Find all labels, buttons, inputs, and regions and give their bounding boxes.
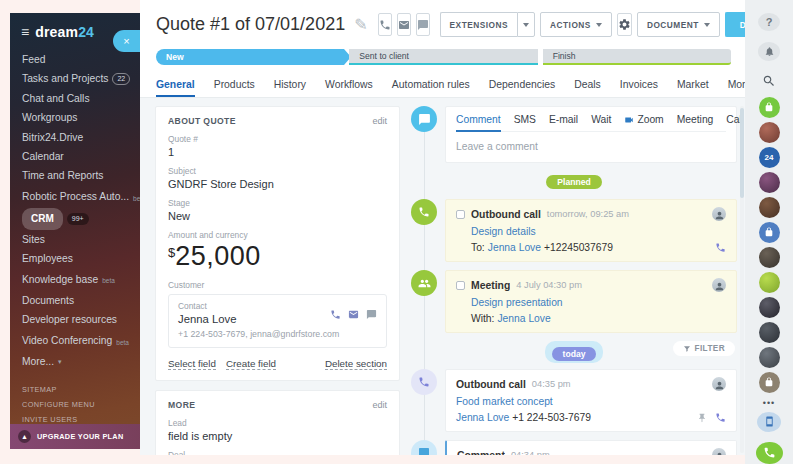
tab-workflows[interactable]: Workflows bbox=[325, 79, 373, 97]
tab-products[interactable]: Products bbox=[214, 79, 255, 97]
extensions-button[interactable]: EXTENSIONS bbox=[440, 12, 517, 37]
compose-tab-sms[interactable]: SMS bbox=[514, 114, 536, 125]
sidebar-item-developer-resources[interactable]: Developer resources bbox=[22, 310, 134, 329]
responsible-avatar[interactable] bbox=[712, 448, 726, 455]
sidebar-item-time-and-reports[interactable]: Time and Reports bbox=[22, 166, 134, 185]
item-subject-link[interactable]: Design presentation bbox=[471, 297, 726, 308]
timeline-card[interactable]: Comment04:34 pmInterested in modern desi… bbox=[445, 440, 737, 455]
contact-card[interactable]: Contact Jenna Love +1 224-503-7679, jenn… bbox=[168, 294, 387, 348]
contact-chat-icon[interactable] bbox=[366, 309, 377, 320]
email-button[interactable] bbox=[397, 13, 411, 36]
create-field-link[interactable]: Create field bbox=[226, 358, 276, 370]
bitrix24-chat[interactable]: 24 bbox=[759, 147, 780, 168]
callback-phone-icon[interactable] bbox=[715, 412, 726, 423]
sidebar-item-workgroups[interactable]: Workgroups bbox=[22, 108, 134, 127]
avatar-6[interactable] bbox=[759, 297, 780, 318]
compose-tab-comment[interactable]: Comment bbox=[456, 114, 501, 132]
upgrade-plan-button[interactable]: ▲ UPGRADE YOUR PLAN bbox=[10, 424, 140, 449]
callback-phone-icon[interactable] bbox=[715, 242, 726, 253]
desktop-app-button[interactable] bbox=[757, 412, 781, 432]
sidebar-item-bitrix24-drive[interactable]: Bitrix24.Drive bbox=[22, 128, 134, 147]
sidebar-item-calendar[interactable]: Calendar bbox=[22, 147, 134, 166]
footer-link-sitemap[interactable]: SITEMAP bbox=[22, 382, 140, 397]
more-edit-link[interactable]: edit bbox=[372, 400, 387, 410]
actions-button[interactable]: ACTIONS bbox=[540, 12, 612, 37]
edit-title-icon[interactable]: ✎ bbox=[354, 15, 367, 34]
compose-tab-zoom[interactable]: Zoom bbox=[624, 114, 663, 125]
tab-invoices[interactable]: Invoices bbox=[620, 79, 658, 97]
contact-mail-icon[interactable] bbox=[348, 309, 359, 320]
hamburger-icon[interactable]: ≡ bbox=[21, 25, 29, 39]
contact-link[interactable]: Jenna Love bbox=[497, 313, 550, 324]
responsible-avatar[interactable] bbox=[712, 278, 726, 292]
avatar-4[interactable] bbox=[759, 247, 780, 268]
avatar-8[interactable] bbox=[759, 347, 780, 368]
sidebar-item-knowledge-base[interactable]: Knowledge basebeta bbox=[22, 268, 134, 290]
sidebar-item-more[interactable]: More...▾ bbox=[22, 352, 134, 371]
about-edit-link[interactable]: edit bbox=[372, 116, 387, 126]
sidebar-item-feed[interactable]: Feed bbox=[22, 50, 134, 69]
sidebar-item-tasks-and-projects[interactable]: Tasks and Projects22 bbox=[22, 69, 134, 88]
chat-button[interactable] bbox=[416, 13, 430, 36]
timeline-card[interactable]: Outbound call04:35 pmFood market concept… bbox=[445, 369, 737, 432]
sidebar-item-documents[interactable]: Documents bbox=[22, 291, 134, 310]
compose-tab-meeting[interactable]: Meeting bbox=[677, 114, 714, 125]
scrollbar[interactable] bbox=[740, 106, 744, 453]
start-call-button[interactable] bbox=[756, 442, 783, 464]
more-chats-button[interactable]: ••• bbox=[763, 398, 775, 408]
locked-chat-gray[interactable] bbox=[759, 372, 780, 393]
sidebar-item-sites[interactable]: Sites bbox=[22, 230, 134, 249]
scrollbar-thumb[interactable] bbox=[740, 108, 744, 198]
sidebar-item-video-conferencing[interactable]: Video Conferencingbeta bbox=[22, 330, 134, 352]
settings-button[interactable] bbox=[617, 13, 632, 36]
pipeline-stage-finish[interactable]: Finish bbox=[543, 49, 731, 65]
complete-checkbox[interactable] bbox=[456, 210, 465, 219]
timeline-card[interactable]: Meeting4 July 04:30 pmDesign presentatio… bbox=[445, 270, 737, 333]
search-button[interactable] bbox=[762, 74, 776, 88]
avatar-5[interactable] bbox=[759, 272, 780, 293]
avatar-2[interactable] bbox=[759, 172, 780, 193]
tab-deals[interactable]: Deals bbox=[574, 79, 601, 97]
select-field-link[interactable]: Select field bbox=[168, 358, 216, 370]
tab-dependencies[interactable]: Dependencies bbox=[489, 79, 555, 97]
comment-input[interactable]: Leave a comment bbox=[456, 132, 726, 154]
contact-phone-icon[interactable] bbox=[330, 309, 341, 320]
tab-automation-rules[interactable]: Automation rules bbox=[392, 79, 470, 97]
tab-market[interactable]: Market bbox=[677, 79, 709, 97]
contact-name[interactable]: Jenna Love bbox=[178, 313, 236, 325]
complete-checkbox[interactable] bbox=[456, 281, 465, 290]
avatar-7[interactable] bbox=[759, 322, 780, 343]
responsible-avatar[interactable] bbox=[712, 207, 726, 221]
compose-tab-wait[interactable]: Wait bbox=[591, 114, 611, 125]
compose-tab-e-mail[interactable]: E-mail bbox=[549, 114, 578, 125]
contact-link[interactable]: Jenna Love bbox=[456, 412, 509, 423]
call-button[interactable] bbox=[378, 13, 392, 36]
pin-icon[interactable] bbox=[697, 413, 707, 423]
filter-button[interactable]: FILTER bbox=[673, 341, 735, 356]
tab-history[interactable]: History bbox=[274, 79, 306, 97]
help-button[interactable]: ? bbox=[758, 13, 780, 31]
sidebar-item-robotic-process-auto[interactable]: Robotic Process Auto...beta bbox=[22, 186, 134, 208]
sidebar-item-chat-and-calls[interactable]: Chat and Calls bbox=[22, 89, 134, 108]
pipeline-stage-sent-to-client[interactable]: Sent to client bbox=[349, 49, 537, 65]
sidebar-item-crm[interactable]: CRM99+ bbox=[22, 208, 134, 229]
document-button[interactable]: DOCUMENT bbox=[637, 12, 720, 37]
avatar-3[interactable] bbox=[759, 197, 780, 218]
locked-chat-blue[interactable] bbox=[759, 222, 780, 243]
contact-link[interactable]: Jenna Love bbox=[488, 242, 541, 253]
tab-general[interactable]: General bbox=[156, 79, 195, 97]
notifications-button[interactable] bbox=[758, 42, 780, 60]
extensions-dropdown[interactable] bbox=[517, 12, 535, 37]
item-subject-link[interactable]: Food market concept bbox=[456, 396, 726, 407]
timeline-item: Outbound calltomorrow, 09:25 amDesign de… bbox=[411, 199, 737, 262]
locked-chat-green[interactable] bbox=[759, 97, 780, 118]
responsible-avatar[interactable] bbox=[712, 377, 726, 391]
sidebar-item-employees[interactable]: Employees bbox=[22, 249, 134, 268]
delete-section-link[interactable]: Delete section bbox=[325, 358, 387, 370]
item-subject-link[interactable]: Design details bbox=[471, 226, 726, 237]
timeline-card[interactable]: Outbound calltomorrow, 09:25 amDesign de… bbox=[445, 199, 737, 262]
footer-link-configure-menu[interactable]: CONFIGURE MENU bbox=[22, 397, 140, 412]
pipeline-stage-new[interactable]: New bbox=[156, 49, 344, 65]
avatar-1[interactable] bbox=[759, 122, 780, 143]
sidebar-collapse-button[interactable]: × bbox=[113, 30, 140, 52]
